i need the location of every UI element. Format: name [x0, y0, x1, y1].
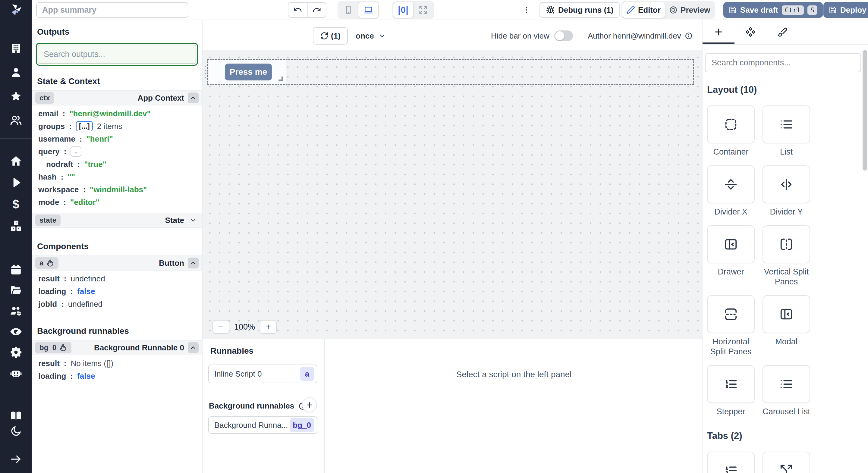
favorites-star-icon[interactable] [9, 89, 23, 104]
preview-tab-label: Preview [681, 5, 710, 15]
undo-icon [293, 5, 302, 14]
hand-pointer-icon [59, 344, 67, 352]
deploy-button[interactable]: Deploy [824, 2, 868, 18]
groups-users-gear-icon[interactable] [9, 304, 23, 318]
debug-runs-button[interactable]: Debug runs (1) [539, 2, 620, 18]
background-runnables-title: Background runnables [37, 326, 202, 336]
refresh-button[interactable]: (1) [313, 27, 348, 44]
save-draft-button[interactable]: Save draft Ctrl S [723, 2, 823, 18]
expand-button[interactable] [413, 2, 433, 18]
hide-bar-toggle[interactable] [554, 30, 573, 41]
topbar: |0| Debug runs (1) Editor Preview S [32, 0, 868, 20]
button-component-title: Button [159, 258, 184, 268]
row-drag-handle-icon[interactable] [204, 65, 207, 78]
component-container[interactable]: Container [707, 105, 755, 157]
tab-insert-component[interactable] [703, 20, 735, 44]
component-vertical-split[interactable]: Vertical Split Panes [763, 225, 810, 287]
tab-component-settings[interactable] [735, 20, 767, 44]
button-component-header-row[interactable]: a Button [32, 255, 202, 271]
undo-button[interactable] [288, 3, 307, 17]
user-icon[interactable] [9, 65, 23, 80]
home-icon[interactable] [9, 154, 23, 168]
info-icon[interactable] [685, 32, 692, 40]
windmill-logo-icon[interactable] [9, 2, 23, 17]
zoom-in-button[interactable]: + [260, 320, 277, 334]
center-content-button[interactable]: |0| [393, 2, 413, 18]
deploy-save-icon [829, 6, 837, 14]
refresh-icon [320, 32, 329, 40]
groups-array-badge[interactable]: [...] [76, 121, 93, 131]
resources-cubes-icon[interactable] [9, 219, 23, 233]
tab-editor[interactable]: Editor [622, 2, 665, 18]
component-carousel-list[interactable]: Carousel List [763, 365, 810, 417]
component-list[interactable]: List [763, 105, 810, 157]
settings-gear-icon[interactable] [9, 345, 23, 359]
button-rows: result: undefined loading: false jobId: … [32, 271, 202, 313]
vertical-split-icon [779, 238, 793, 251]
resize-handle[interactable] [278, 76, 283, 81]
redo-button[interactable] [307, 3, 326, 17]
runs-play-icon[interactable] [9, 175, 23, 190]
carousel-list-icon [779, 377, 793, 391]
query-empty-badge[interactable]: - [70, 147, 82, 157]
drawer-icon [724, 238, 738, 251]
plus-icon [713, 27, 724, 37]
tab-preview[interactable]: Preview [665, 2, 714, 18]
background-runnable-item[interactable]: Background Runna... bg_0 [208, 416, 317, 434]
component-divider-x[interactable]: Divider X [707, 165, 755, 217]
state-id-badge[interactable]: state [35, 215, 61, 226]
chevron-down-icon [378, 32, 386, 40]
button-id-badge[interactable]: a [35, 257, 59, 269]
center-content-icon: |0| [398, 5, 408, 15]
bg0-collapse-button[interactable] [188, 342, 198, 353]
add-background-runnable-button[interactable] [302, 398, 317, 412]
component-stepper[interactable]: Stepper [707, 365, 755, 417]
ctx-id-badge[interactable]: ctx [35, 92, 54, 104]
state-expand-button[interactable] [188, 215, 198, 226]
canvas-grid[interactable]: Press me − 100% + [203, 50, 702, 339]
workspace-building-icon[interactable] [9, 41, 23, 56]
ctx-title: App Context [137, 93, 184, 103]
desktop-view-button[interactable] [358, 2, 378, 18]
component-horizontal-split[interactable]: Horizontal Split Panes [707, 295, 755, 357]
ctx-row-email: email: "henri@windmill.dev" [32, 107, 202, 120]
components-search-input[interactable] [705, 53, 861, 72]
state-header-row[interactable]: state State [32, 213, 202, 228]
schedule-dropdown[interactable]: once [355, 27, 386, 44]
component-drawer[interactable]: Drawer [707, 225, 755, 287]
layout-grid: Container List Divider X Divider Y Drawe… [707, 105, 868, 417]
variables-dollar-icon[interactable]: $ [9, 197, 23, 212]
component-divider-y[interactable]: Divider Y [763, 165, 810, 217]
device-toggle [338, 1, 379, 19]
folders-icon[interactable] [9, 283, 23, 298]
collapse-arrow-right-icon[interactable] [9, 452, 23, 466]
script-editor-empty-state: Select a script on the left panel [326, 339, 702, 473]
scrollbar-thumb[interactable] [863, 50, 867, 170]
mobile-view-button[interactable] [338, 2, 358, 18]
app-summary-input[interactable] [36, 2, 188, 18]
bg0-header-row[interactable]: bg_0 Background Runnable 0 [32, 340, 202, 355]
component-modal[interactable]: Modal [763, 295, 810, 357]
button-component-card[interactable]: Press me [209, 60, 286, 84]
button-collapse-button[interactable] [188, 258, 198, 269]
zoom-out-button[interactable]: − [213, 320, 229, 334]
ctx-header-row[interactable]: ctx App Context [32, 90, 202, 105]
ai-robot-icon[interactable] [9, 366, 23, 380]
bg0-id-badge[interactable]: bg_0 [35, 342, 71, 353]
inline-script-item[interactable]: Inline Script 0 a [208, 365, 317, 383]
selected-row-outline[interactable]: Press me [207, 59, 694, 85]
users-icon[interactable] [9, 113, 23, 128]
smartphone-icon [344, 5, 353, 14]
schedules-calendar-icon[interactable] [9, 263, 23, 277]
more-menu-button[interactable] [521, 3, 532, 17]
component-tabs[interactable] [707, 452, 755, 473]
audit-eye-icon[interactable] [9, 324, 23, 339]
ctx-collapse-button[interactable] [188, 93, 198, 103]
outputs-search-input[interactable] [38, 44, 196, 64]
bg0-title: Background Runnable 0 [94, 343, 184, 352]
press-me-button[interactable]: Press me [225, 64, 272, 81]
dark-mode-moon-icon[interactable] [9, 424, 23, 438]
component-conditional-tabs[interactable] [763, 452, 810, 473]
docs-book-icon[interactable] [9, 409, 23, 423]
tab-styling[interactable] [767, 20, 798, 44]
